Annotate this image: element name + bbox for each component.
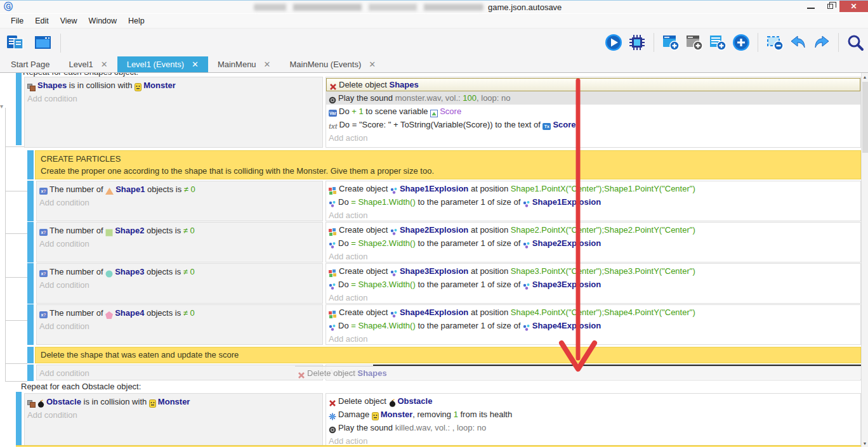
event-text: Create object bbox=[339, 225, 390, 235]
menu-file[interactable]: File bbox=[5, 16, 29, 25]
var-icon: Var bbox=[329, 106, 337, 118]
event-indent-bar bbox=[27, 222, 34, 262]
menu-help[interactable]: Help bbox=[122, 16, 150, 25]
condition-row[interactable]: x?The number of Shape4 objects is ≠ 0 bbox=[37, 306, 322, 320]
event-text: , removing bbox=[412, 410, 453, 419]
repeat-obstacle-event-header[interactable]: Repeat for each Obstacle object: bbox=[21, 382, 141, 391]
event-actions: Delete object Shapes Play the sound mons… bbox=[326, 77, 861, 148]
vertical-scrollbar[interactable]: ▲ ▼ bbox=[861, 73, 868, 447]
add-condition-link[interactable]: Add condition bbox=[37, 237, 322, 250]
add-event-button[interactable] bbox=[662, 34, 680, 51]
minimize-icon bbox=[807, 4, 815, 9]
event-text: to the parameter 1 of size of bbox=[416, 238, 523, 248]
action-row[interactable]: Do = Shape4.Width() to the parameter 1 o… bbox=[326, 319, 860, 332]
add-condition-link[interactable]: Add condition bbox=[25, 408, 322, 422]
undo-button[interactable] bbox=[789, 34, 807, 51]
add-comment-button[interactable] bbox=[709, 34, 727, 51]
comment-block[interactable]: Delete the shape that was eaten and upda… bbox=[35, 347, 861, 363]
action-row[interactable]: Do = Shape1.Width() to the parameter 1 o… bbox=[326, 195, 860, 209]
event-text: Delete object bbox=[307, 368, 358, 378]
open-editor-button[interactable] bbox=[33, 32, 53, 53]
tab-close-icon[interactable]: ✕ bbox=[192, 60, 199, 69]
add-condition-link[interactable]: Add condition bbox=[37, 196, 322, 209]
restore-button[interactable] bbox=[820, 1, 839, 12]
event-text: Obstacle bbox=[46, 397, 81, 406]
condition-row[interactable]: x?The number of Shape1 objects is ≠ 0 bbox=[37, 183, 322, 196]
tab-close-icon[interactable]: ✕ bbox=[101, 60, 108, 69]
gdevelop-window: Ⓖ game.json.autosave ✕ File Edit View Wi… bbox=[0, 0, 868, 447]
condition-row[interactable]: Obstacle is in collision with Monster bbox=[25, 395, 322, 408]
event-text: Shape4.PointX("Center");Shape4.PointY("C… bbox=[511, 308, 695, 317]
add-action-link[interactable]: Add action bbox=[326, 291, 860, 304]
event-text: Shape4Explosion bbox=[532, 321, 601, 330]
search-button[interactable] bbox=[846, 34, 864, 51]
redo-button[interactable] bbox=[813, 34, 831, 51]
condition-row[interactable]: Shapes is in collision with Monster bbox=[25, 79, 322, 92]
action-row[interactable]: Delete object Obstacle bbox=[326, 394, 860, 408]
menu-window[interactable]: Window bbox=[83, 16, 122, 25]
event-text: to the parameter 1 of size of bbox=[416, 321, 523, 330]
event-text: Damage bbox=[338, 410, 372, 419]
event-text: Do bbox=[339, 120, 352, 129]
tab-mainmenu-events-[interactable]: MainMenu (Events)✕ bbox=[280, 56, 386, 72]
action-row[interactable]: VarDo + 1 to scene variable Score bbox=[326, 105, 860, 118]
add-condition-link[interactable]: Add condition bbox=[37, 366, 322, 380]
add-action-link[interactable]: Add action bbox=[326, 250, 860, 263]
tab-close-icon[interactable]: ✕ bbox=[369, 60, 376, 69]
add-action-link[interactable]: Add action bbox=[326, 332, 860, 346]
event-text: objects is bbox=[144, 308, 183, 318]
event-text: Create object bbox=[339, 184, 390, 193]
scroll-up-icon[interactable]: ▲ bbox=[862, 75, 868, 79]
add-subevent-button[interactable] bbox=[685, 34, 703, 51]
condition-row[interactable]: x?The number of Shape3 objects is ≠ 0 bbox=[37, 265, 322, 278]
action-row[interactable]: Play the sound killed.wav, vol.: , loop:… bbox=[326, 421, 860, 434]
tab-level1-events-[interactable]: Level1 (Events)✕ bbox=[117, 56, 208, 72]
add-condition-link[interactable]: Add condition bbox=[37, 278, 322, 292]
scroll-down-icon[interactable]: ▼ bbox=[862, 441, 868, 446]
tab-close-icon[interactable]: ✕ bbox=[264, 60, 271, 69]
event-text: Do bbox=[339, 107, 352, 116]
event-text: monster.wav bbox=[395, 93, 441, 103]
add-action-link[interactable]: Add action bbox=[326, 209, 860, 222]
event-text: The number of bbox=[49, 267, 105, 276]
action-row[interactable]: Do = Shape2.Width() to the parameter 1 o… bbox=[326, 236, 860, 250]
action-row[interactable]: Create object Shape1Explosion at positio… bbox=[326, 182, 860, 195]
collapse-triangle-icon[interactable]: ▾ bbox=[0, 103, 3, 110]
minimize-button[interactable] bbox=[801, 1, 820, 12]
condition-row[interactable]: x?The number of Shape2 objects is ≠ 0 bbox=[37, 224, 322, 237]
event-text: Shape3Explosion bbox=[532, 280, 601, 289]
action-row[interactable]: Create object Shape3Explosion at positio… bbox=[326, 264, 860, 278]
event-actions: Create object Shape2Explosion at positio… bbox=[326, 222, 861, 262]
action-row[interactable]: Create object Shape2Explosion at positio… bbox=[326, 223, 860, 236]
add-condition-link[interactable]: Add condition bbox=[25, 92, 322, 105]
debug-button[interactable] bbox=[628, 34, 646, 51]
add-circle-button[interactable] bbox=[732, 34, 750, 51]
tab-bar: Start PageLevel1✕Level1 (Events)✕MainMen… bbox=[0, 56, 868, 73]
project-manager-button[interactable] bbox=[5, 32, 25, 53]
scrollbar-thumb[interactable] bbox=[862, 82, 868, 153]
menu-edit[interactable]: Edit bbox=[29, 16, 55, 25]
event-text: Do bbox=[338, 197, 351, 207]
close-button[interactable]: ✕ bbox=[839, 1, 868, 12]
tree-tick bbox=[5, 277, 27, 278]
action-row[interactable]: Damage Monster, removing 1 from its heal… bbox=[326, 408, 860, 421]
tab-mainmenu[interactable]: MainMenu✕ bbox=[208, 56, 280, 72]
action-row[interactable]: txtDo = "Score: " + ToString(Variable(Sc… bbox=[326, 118, 860, 131]
tab-start-page[interactable]: Start Page bbox=[1, 56, 59, 72]
event-indent-bar bbox=[27, 181, 34, 221]
add-condition-link[interactable]: Add condition bbox=[37, 320, 322, 333]
event-text: no bbox=[501, 93, 510, 103]
preview-play-button[interactable] bbox=[605, 34, 622, 51]
action-row[interactable]: Create object Shape4Explosion at positio… bbox=[326, 306, 860, 319]
event-text: Shape1Explosion bbox=[532, 197, 601, 207]
action-row-selected[interactable]: Delete object Shapes bbox=[326, 78, 860, 91]
remove-selection-button[interactable] bbox=[766, 34, 784, 51]
event-text: The number of bbox=[49, 308, 105, 318]
comment-block[interactable]: CREATE PARTICLES Create the proper one a… bbox=[35, 150, 861, 179]
tab-level1[interactable]: Level1✕ bbox=[59, 56, 117, 72]
add-action-link[interactable]: Add action bbox=[326, 131, 860, 145]
action-row-selected[interactable]: Play the sound monster.wav, vol.: 100, l… bbox=[326, 91, 860, 105]
menu-view[interactable]: View bbox=[55, 16, 83, 25]
action-row[interactable]: Do = Shape3.Width() to the parameter 1 o… bbox=[326, 278, 860, 291]
event-text: = Shape3.Width() bbox=[351, 280, 416, 289]
